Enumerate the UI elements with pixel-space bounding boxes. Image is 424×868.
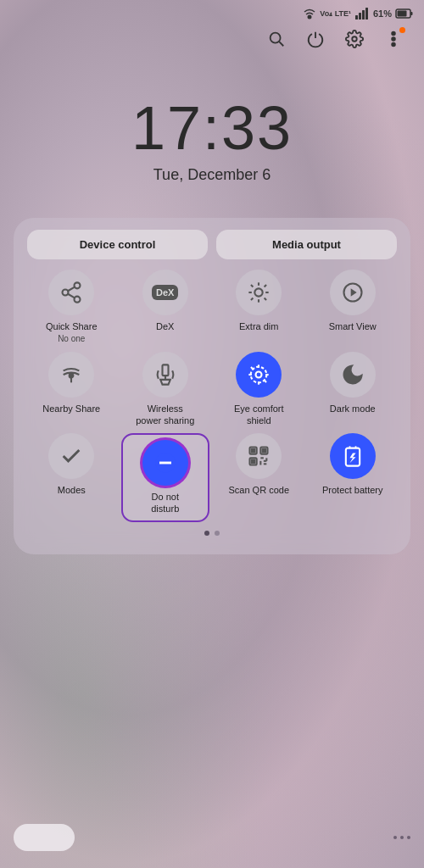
status-icons: Vo₄ LTE¹ 61% [303,7,414,20]
do-not-disturb-icon [153,451,177,475]
tile-extra-dim[interactable]: Extra dim [215,270,304,345]
eye-comfort-icon [247,363,271,387]
status-bar: Vo₄ LTE¹ 61% [0,0,424,24]
bottom-bar [0,814,424,868]
extra-dim-icon-bg [236,270,282,315]
search-button[interactable] [263,25,290,53]
svg-point-0 [309,16,311,19]
device-control-button[interactable]: Device control [27,230,208,259]
tile-modes[interactable]: Modes [27,433,116,522]
more-options-button[interactable] [380,25,407,53]
network-label: Vo₄ LTE¹ [320,9,351,18]
clock-date: Tue, December 6 [153,166,271,184]
svg-line-17 [68,294,75,298]
svg-line-27 [265,285,266,287]
dark-mode-label: Dark mode [330,403,376,415]
scan-qr-icon-bg [236,433,282,479]
quick-share-icon [59,281,83,304]
page-dot-1 [204,531,209,536]
extra-dim-icon [247,281,271,304]
modes-icon-bg [48,433,94,479]
dark-mode-icon [341,363,365,387]
protect-battery-label: Protect battery [322,484,383,496]
power-button[interactable] [302,25,329,53]
tile-eye-comfort[interactable]: Eye comfortshield [215,352,304,427]
svg-point-8 [271,33,281,43]
tile-quick-share[interactable]: Quick ShareNo one [27,270,116,345]
nearby-share-icon-bg [48,352,94,398]
protect-battery-icon-bg [330,433,376,479]
quick-panel: Device control Media output Quick ShareN… [14,218,410,554]
svg-point-31 [70,373,74,377]
tile-dark-mode[interactable]: Dark mode [309,352,398,427]
tile-nearby-share[interactable]: Nearby Share [27,352,116,427]
dark-mode-icon-bg [330,352,376,398]
svg-point-15 [63,290,69,296]
tile-wireless-power[interactable]: Wirelesspower sharing [121,352,210,427]
wireless-power-label: Wirelesspower sharing [136,403,194,427]
svg-line-26 [251,298,253,300]
page-dots [27,522,397,541]
bottom-more[interactable] [393,836,410,839]
wireless-power-icon-bg [142,352,188,398]
svg-rect-32 [162,364,168,376]
battery-percent: 61% [373,8,392,19]
svg-rect-3 [362,10,365,19]
tile-smart-view[interactable]: Smart View [309,270,398,345]
extra-dim-label: Extra dim [239,320,278,332]
svg-point-12 [392,37,395,41]
quick-share-icon-bg [48,270,94,315]
svg-line-39 [265,380,266,381]
svg-point-14 [75,282,81,288]
dex-icon-bg: DeX [142,270,188,315]
tile-dex[interactable]: DeX DeX [121,270,210,345]
clock-area: 17:33 Tue, December 6 [0,59,424,209]
svg-line-9 [279,42,283,46]
svg-rect-47 [252,449,255,453]
nearby-share-icon [59,363,83,387]
smart-view-label: Smart View [329,320,377,332]
smart-view-icon [341,281,365,304]
svg-line-18 [68,287,75,292]
tile-protect-battery[interactable]: Protect battery [309,433,398,522]
svg-point-16 [75,297,81,303]
modes-icon [59,444,83,468]
eye-comfort-label: Eye comfortshield [234,403,284,427]
svg-rect-49 [252,460,255,464]
modes-label: Modes [58,484,86,496]
tile-scan-qr[interactable]: Scan QR code [215,433,304,522]
dex-icon: DeX [152,285,178,300]
protect-battery-icon [341,444,365,468]
network-icon [303,7,316,20]
quick-share-label: Quick ShareNo one [46,320,98,345]
eye-comfort-icon-bg [236,352,282,398]
svg-rect-7 [398,11,407,17]
home-button[interactable] [14,824,75,851]
nearby-share-label: Nearby Share [42,403,100,415]
svg-point-13 [392,43,395,47]
svg-line-22 [251,285,253,287]
clock-time: 17:33 [131,93,293,163]
svg-rect-1 [355,15,358,19]
svg-rect-4 [365,8,368,19]
settings-button[interactable] [341,25,368,53]
svg-point-19 [255,288,263,296]
scan-qr-label: Scan QR code [228,484,289,496]
smart-view-icon-bg [330,270,376,315]
svg-rect-6 [410,12,413,15]
wireless-power-icon [153,363,177,387]
media-output-button[interactable]: Media output [216,230,397,259]
svg-line-23 [265,298,266,300]
tile-do-not-disturb[interactable]: Do notdisturb [121,433,210,522]
svg-point-35 [251,366,267,382]
signal-icon [354,8,370,19]
tiles-grid: Quick ShareNo one DeX DeX [27,270,397,522]
scan-qr-icon [247,444,271,468]
svg-point-11 [392,32,395,36]
svg-point-34 [256,371,262,377]
dex-label: DeX [156,320,174,332]
do-not-disturb-label: Do notdisturb [151,491,179,515]
page-dot-2 [215,531,220,536]
battery-icon [395,8,414,19]
control-row: Device control Media output [27,230,397,259]
